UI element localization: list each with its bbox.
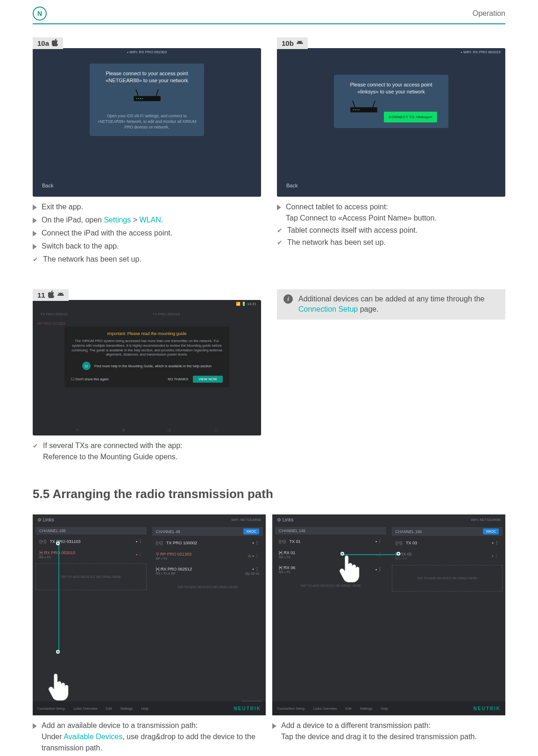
links-screenshot-b: ⚙ Links WiFi: NETGEAR88 CHANNEL 149 ((•)…	[272, 514, 505, 715]
info-callout: i Additional devices can be added at any…	[277, 289, 505, 320]
figure-label-10a: 10a	[33, 37, 63, 49]
connect-button[interactable]: CONNECT TO «linksys»	[384, 112, 437, 122]
screen-title: Links	[283, 517, 293, 522]
view-now-button[interactable]: VIEW NOW	[193, 376, 223, 383]
drop-zone: TAP TO ADD DEVICES OR DRAG HERE	[35, 563, 147, 590]
section-heading-5-5: 5.5 Arranging the radio transmission pat…	[33, 487, 505, 501]
connection-setup-link: Connection Setup	[298, 305, 358, 313]
svg-point-11	[355, 109, 356, 110]
svg-line-0	[136, 89, 138, 96]
step-item: Switch back to the app.	[33, 241, 261, 253]
page-header: N Operation	[33, 0, 505, 24]
apple-icon	[48, 291, 55, 300]
figure-label-11: 11	[33, 289, 69, 301]
step-result: The network has been set up.	[277, 237, 505, 248]
dialog-body: The XIRIUM PRO system being accessed has…	[71, 339, 222, 357]
screenshot-10b: • WiFi: RX PRO 062015 Please connect to …	[277, 48, 505, 197]
hand-cursor-icon	[47, 671, 69, 702]
svg-point-4	[138, 98, 139, 99]
svg-line-8	[373, 100, 375, 107]
brand-logo-icon: N	[33, 7, 47, 21]
links-screenshot-a: ⚙ Links WiFi: NETGEAR88 CHANNEL 165 ((•)…	[33, 514, 266, 715]
step-item: Connect tablet to access point:Tap Conne…	[277, 201, 505, 224]
drop-zone: TAP TO ADD DEVICES OR DRAG HERE	[392, 565, 503, 592]
step-result: If several TXs are connected with the ap…	[33, 440, 261, 463]
neutrik-logo: NEUTRIK	[234, 706, 261, 711]
svg-rect-9	[350, 107, 377, 112]
step-item: Exit the app.	[33, 201, 261, 214]
step-item: On the iPad, open Settings > WLAN.	[33, 214, 261, 227]
step-result: Tablet connects itself with access point…	[277, 225, 505, 236]
svg-point-10	[353, 109, 354, 110]
mounting-guide-dialog: Important: Please read the mounting guid…	[64, 327, 229, 387]
help-icon: ▭	[82, 362, 91, 370]
dialog-text: Please connect to your access point «NET…	[97, 70, 197, 85]
svg-point-3	[136, 98, 137, 99]
svg-line-7	[353, 100, 355, 107]
step-result: The network has been set up.	[33, 254, 261, 265]
screen-title: Links	[43, 517, 54, 522]
wifi-label: WiFi: NETGEAR88	[231, 518, 261, 522]
router-icon	[345, 100, 382, 115]
svg-point-6	[142, 98, 142, 99]
dialog-title: Important: Please read the mounting guid…	[71, 331, 222, 336]
connect-dialog: Please connect to your access point «lin…	[334, 75, 448, 128]
wifi-label: WiFi: NETGEAR88	[471, 518, 501, 522]
step-item: Connect the iPad with the access point.	[33, 228, 261, 240]
back-link[interactable]: Back	[286, 183, 297, 188]
no-thanks-button[interactable]: NO THANKS	[168, 377, 188, 381]
wlan-link: WLAN	[139, 216, 161, 224]
status-bar: • WiFi: RX PRO 052303	[33, 48, 261, 56]
available-devices-link: Available Devices	[64, 733, 122, 741]
android-icon	[297, 39, 303, 48]
android-icon	[57, 291, 64, 300]
dont-show-checkbox[interactable]: ☐ Don't show this again	[71, 377, 108, 381]
svg-point-12	[357, 109, 358, 110]
status-time: 📶 🔋 14:21	[236, 302, 256, 306]
connect-dialog: Please connect to your access point «NET…	[90, 64, 204, 136]
svg-rect-2	[134, 96, 161, 101]
router-icon	[128, 89, 166, 104]
back-link[interactable]: Back	[42, 183, 53, 188]
screenshot-10a: • WiFi: RX PRO 052303 Please connect to …	[33, 48, 261, 197]
section-name: Operation	[473, 9, 505, 18]
step-item: Add a device to a different transmission…	[272, 720, 505, 742]
svg-line-1	[156, 89, 158, 96]
hand-cursor-icon	[338, 553, 360, 584]
apple-icon	[52, 39, 58, 48]
step-item: Add an available device to a transmissio…	[33, 720, 266, 754]
info-icon: i	[283, 294, 293, 304]
status-bar: • WiFi: RX PRO 062015	[277, 48, 505, 56]
dialog-subcaption: Open your iOS Wi-Fi settings, and connec…	[97, 114, 197, 130]
settings-link: Settings	[104, 216, 131, 224]
figure-label-10b: 10b	[277, 37, 308, 49]
svg-point-5	[140, 98, 141, 99]
screenshot-11: 📶 🔋 14:21 TX PRO 052015 TX PRO 062015 RP…	[33, 300, 261, 435]
dialog-text: Please connect to your access point «lin…	[341, 81, 441, 96]
svg-point-13	[359, 109, 360, 110]
neutrik-logo: NEUTRIK	[474, 706, 501, 711]
